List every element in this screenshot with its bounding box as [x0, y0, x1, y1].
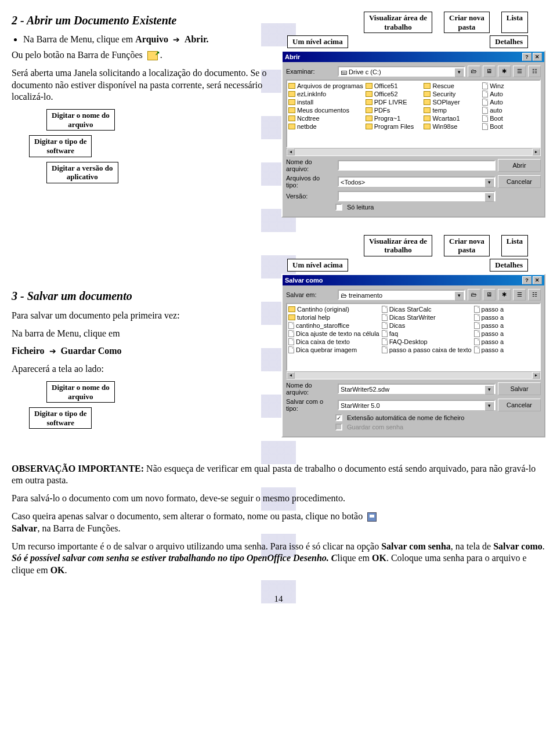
- list-item[interactable]: passo a: [474, 321, 538, 330]
- help-button[interactable]: ?: [522, 276, 531, 284]
- folder-icon: [288, 115, 295, 121]
- list-item[interactable]: netbde: [288, 122, 363, 131]
- list-item[interactable]: Boot: [482, 122, 538, 131]
- so-leitura-checkbox[interactable]: [335, 204, 342, 211]
- list-item[interactable]: cantinho_staroffice: [288, 321, 379, 330]
- list-item[interactable]: Boot: [482, 114, 538, 122]
- list-item-label: PDF LIVRE: [374, 98, 407, 106]
- ext-auto-checkbox[interactable]: [335, 414, 342, 421]
- list-item[interactable]: Dica quebrar imagem: [288, 346, 379, 354]
- nome-arquivo-input[interactable]: [338, 160, 495, 171]
- list-item[interactable]: Wcartao1: [424, 114, 480, 122]
- nome-arquivo-input-save[interactable]: StarWriter52.sdw: [338, 384, 495, 394]
- list-item[interactable]: install: [288, 98, 363, 106]
- list-item[interactable]: FAQ-Desktop: [382, 338, 472, 346]
- list-item[interactable]: Program Files: [366, 122, 422, 131]
- list-item[interactable]: auto: [482, 106, 538, 114]
- list-item[interactable]: Winz: [482, 82, 538, 90]
- list-item[interactable]: Dica ajuste de texto na célula: [288, 330, 379, 338]
- file-list-area[interactable]: Arquivos de programasezLinkInfoinstallMe…: [286, 79, 541, 148]
- list-item-label: passo a: [482, 338, 504, 346]
- details-view-icon[interactable]: ☷: [528, 289, 541, 301]
- file-icon: [482, 82, 488, 89]
- list-item[interactable]: Ncdtree: [288, 114, 363, 122]
- abrir-button[interactable]: Abrir: [498, 159, 541, 172]
- close-button[interactable]: ✕: [533, 276, 542, 284]
- obs-p3a: Caso queira apenas salvar o documento, s…: [12, 511, 365, 521]
- callout-digitar-nome-2: Digitar o nome do arquivo: [46, 381, 115, 403]
- list-item[interactable]: Dicas StarWriter: [382, 313, 472, 321]
- guardar-senha-label: Guardar com senha: [347, 424, 403, 431]
- list-view-icon[interactable]: ☰: [513, 66, 526, 77]
- list-item-label: passo a: [482, 346, 504, 354]
- desktop-icon[interactable]: 🖥: [483, 66, 495, 77]
- list-item[interactable]: Dica caixa de texto: [288, 338, 379, 346]
- section2-line2: Ou pelo botão na Barra de Funções .: [12, 49, 276, 62]
- desktop-icon[interactable]: 🖥: [483, 289, 495, 301]
- list-item-label: tutorial help: [297, 313, 330, 321]
- tipo-arquivo-combo[interactable]: <Todos>: [338, 176, 495, 187]
- horizontal-scrollbar[interactable]: ◂▸: [286, 371, 541, 379]
- list-item[interactable]: Security: [424, 90, 480, 98]
- list-item[interactable]: passo a: [474, 338, 538, 346]
- list-item-label: Winz: [490, 82, 504, 90]
- horizontal-scrollbar[interactable]: ◂▸: [286, 148, 541, 156]
- list-item[interactable]: Meus documentos: [288, 106, 363, 114]
- new-folder-icon[interactable]: ✱: [498, 66, 511, 77]
- list-item[interactable]: SOPlayer: [424, 98, 480, 106]
- help-button[interactable]: ?: [522, 53, 531, 61]
- examinar-combo[interactable]: 🖴 Drive c (C:): [338, 66, 465, 77]
- list-item[interactable]: Auto: [482, 98, 538, 106]
- list-item[interactable]: passo a: [474, 330, 538, 338]
- obs-p1: OBSERVAÇÃO IMPORTANTE: Não esqueça de ve…: [12, 463, 545, 487]
- list-item[interactable]: passo a: [474, 305, 538, 313]
- salvar-em-combo[interactable]: 🗁 treinamento: [338, 290, 465, 300]
- list-item[interactable]: Rescue: [424, 82, 480, 90]
- cancelar-button[interactable]: Cancelar: [498, 175, 541, 188]
- list-item[interactable]: passo a: [474, 313, 538, 321]
- list-item-label: Boot: [490, 114, 503, 122]
- file-icon: [288, 338, 294, 345]
- callout-visualizar: Visualizar área de trabalho: [364, 12, 432, 33]
- list-item[interactable]: Progra~1: [366, 114, 422, 122]
- list-item[interactable]: Win98se: [424, 122, 480, 131]
- list-item[interactable]: Arquivos de programas: [288, 82, 363, 90]
- list-item[interactable]: Auto: [482, 90, 538, 98]
- list-item[interactable]: faq: [382, 330, 472, 338]
- list-item[interactable]: Office52: [366, 90, 422, 98]
- list-item[interactable]: ezLinkInfo: [288, 90, 363, 98]
- tipo-arquivo-combo-save[interactable]: StarWriter 5.0: [338, 400, 495, 410]
- list-item[interactable]: Office51: [366, 82, 422, 90]
- list-item[interactable]: Cantinho (original): [288, 305, 379, 313]
- list-item[interactable]: passo a passo caixa de texto: [382, 346, 472, 354]
- up-one-level-icon[interactable]: 🗁: [468, 289, 480, 301]
- up-one-level-icon[interactable]: 🗁: [468, 66, 480, 77]
- close-button[interactable]: ✕: [533, 53, 542, 61]
- folder-icon: [366, 124, 372, 129]
- list-item-label: netbde: [297, 122, 317, 131]
- list-item[interactable]: tutorial help: [288, 313, 379, 321]
- arrow-icon: ➔: [49, 346, 56, 357]
- file-icon: [474, 346, 480, 353]
- s2-abrir: Abrir.: [185, 34, 209, 44]
- list-item[interactable]: passo a: [474, 346, 538, 354]
- new-folder-icon[interactable]: ✱: [498, 289, 511, 301]
- versao-combo[interactable]: [338, 191, 495, 201]
- cancelar-button-save[interactable]: Cancelar: [498, 399, 541, 411]
- list-item[interactable]: Dicas: [382, 321, 472, 330]
- s2-arquivo: Arquivo: [135, 34, 168, 44]
- salvar-button[interactable]: Salvar: [498, 382, 541, 395]
- guardar-senha-checkbox[interactable]: [335, 424, 342, 431]
- file-list-area-save[interactable]: Cantinho (original)tutorial helpcantinho…: [286, 303, 541, 371]
- versao-label: Versão:: [286, 193, 335, 200]
- list-item[interactable]: temp: [424, 106, 480, 114]
- folder-icon: [288, 107, 295, 113]
- folder-icon: [424, 107, 431, 113]
- list-item[interactable]: Dicas StarCalc: [382, 305, 472, 313]
- list-view-icon[interactable]: ☰: [513, 289, 526, 301]
- details-view-icon[interactable]: ☷: [528, 66, 541, 77]
- list-item[interactable]: PDFs: [366, 106, 422, 114]
- list-item[interactable]: PDF LIVRE: [366, 98, 422, 106]
- list-item-label: passo a passo caixa de texto: [389, 346, 472, 354]
- file-icon: [288, 314, 295, 320]
